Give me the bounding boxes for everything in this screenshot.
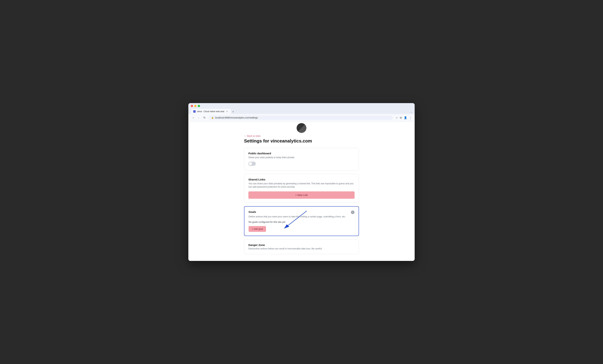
page-inner: Back to stats Settings for vinceanalytic…	[241, 121, 362, 254]
tab-close-button[interactable]: ✕	[226, 110, 228, 113]
minimize-button[interactable]	[194, 105, 197, 107]
shared-links-desc: You can share your stats privately by ge…	[248, 182, 355, 189]
avatar-image	[297, 123, 306, 133]
profile-icon[interactable]: 👤	[404, 116, 407, 119]
public-dashboard-toggle[interactable]	[248, 162, 256, 166]
extensions-icon[interactable]: ⧉	[400, 116, 402, 119]
browser-actions: ☆ ⧉ 👤 ⋮	[395, 116, 412, 119]
tab-favicon	[193, 110, 196, 113]
goals-card-header: Goals i	[249, 210, 354, 214]
menu-icon[interactable]: ⋮	[409, 116, 412, 119]
goals-card: Goals i Define actions that you want you…	[244, 206, 359, 236]
reload-button[interactable]: ↻	[202, 116, 207, 120]
danger-zone-card: Danger Zone Destructive actions below ca…	[244, 239, 359, 254]
shared-links-card: Shared Links You can share your stats pr…	[244, 174, 359, 203]
url-text: localhost:8080/vinceanalytics.com/settin…	[215, 116, 258, 119]
browser-chrome: vince · Cloud native web anal ✕ + ⌄	[188, 103, 415, 114]
back-to-stats-link[interactable]: Back to stats	[244, 135, 261, 137]
no-goals-message: No goals configured for this site yet	[249, 221, 354, 223]
expand-tabs-icon[interactable]: ⌄	[410, 110, 412, 113]
lock-icon: 🔒	[211, 117, 214, 119]
page-content: Back to stats Settings for vinceanalytic…	[188, 121, 415, 261]
nav-buttons: ‹ › ↻	[191, 116, 207, 120]
goals-info-icon[interactable]: i	[351, 211, 354, 214]
danger-zone-desc: Destructive actions below can result in …	[248, 247, 355, 250]
goals-title: Goals	[249, 210, 256, 213]
public-dashboard-card: Public dashboard Share your stats public…	[244, 148, 359, 171]
add-goal-button[interactable]: + Add goal	[249, 226, 266, 232]
traffic-lights	[191, 105, 412, 107]
address-field[interactable]: 🔒 localhost:8080/vinceanalytics.com/sett…	[209, 116, 393, 120]
address-bar: ‹ › ↻ 🔒 localhost:8080/vinceanalytics.co…	[188, 114, 415, 121]
avatar-area	[244, 121, 359, 133]
forward-nav-button[interactable]: ›	[197, 116, 201, 120]
public-dashboard-desc: Share your stats publicly or keep them p…	[248, 156, 355, 159]
public-dashboard-title: Public dashboard	[248, 152, 355, 155]
new-link-button[interactable]: + New Link	[248, 191, 355, 199]
browser-window: vince · Cloud native web anal ✕ + ⌄ ‹ › …	[188, 103, 415, 261]
tab-bar: vince · Cloud native web anal ✕ + ⌄	[191, 109, 412, 114]
maximize-button[interactable]	[198, 105, 200, 107]
bookmark-icon[interactable]: ☆	[395, 116, 398, 119]
danger-zone-title: Danger Zone	[248, 244, 355, 247]
active-tab[interactable]: vince · Cloud native web anal ✕	[191, 109, 231, 114]
new-tab-button[interactable]: +	[231, 110, 235, 113]
back-nav-button[interactable]: ‹	[191, 116, 195, 120]
avatar	[297, 123, 306, 133]
page-title: Settings for vinceanalytics.com	[244, 138, 359, 144]
tab-title: vince · Cloud native web anal	[197, 110, 224, 113]
shared-links-title: Shared Links	[248, 178, 355, 181]
goals-desc: Define actions that you want your users …	[249, 215, 354, 218]
close-button[interactable]	[191, 105, 193, 107]
